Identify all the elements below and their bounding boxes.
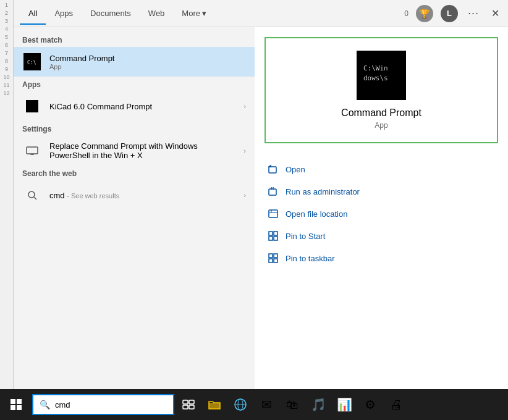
kicad-title: KiCad 6.0 Command Prompt: [49, 102, 236, 111]
best-match-text: Command Prompt App: [49, 54, 246, 70]
web-search-icon: [22, 185, 42, 205]
svg-rect-10: [269, 167, 276, 173]
taskbar-search-input[interactable]: [55, 400, 167, 410]
user-avatar[interactable]: L: [441, 5, 458, 22]
action-open-location[interactable]: Open file location: [267, 203, 496, 225]
svg-line-6: [34, 197, 36, 200]
browser-button[interactable]: [229, 393, 252, 416]
content-area: Best match C:\ Command Prompt App Apps: [14, 27, 508, 389]
settings-arrow-icon: ›: [243, 147, 246, 154]
search-icon: [27, 190, 37, 200]
svg-point-5: [28, 191, 35, 198]
svg-rect-24: [274, 259, 277, 262]
action-run-admin[interactable]: Run as administrator: [267, 180, 496, 203]
svg-rect-32: [189, 405, 194, 409]
badge-count: 0: [404, 9, 409, 18]
detail-pane: C:\Win dows\s Command Prompt App Open: [255, 27, 508, 389]
ruler-mark: 1: [5, 2, 8, 8]
cmd-large-icon: C:\Win dows\s: [360, 57, 403, 94]
best-match-item[interactable]: C:\ Command Prompt App: [14, 47, 255, 77]
action-list: Open Run as administrator: [255, 153, 508, 274]
run-admin-svg: [268, 187, 278, 196]
start-button[interactable]: [2, 391, 30, 418]
kicad-item[interactable]: KiCad 6.0 Command Prompt ›: [14, 91, 255, 121]
svg-rect-11: [269, 189, 276, 195]
ruler-mark: 8: [5, 59, 8, 64]
pin-taskbar-svg: [268, 253, 278, 263]
ruler-mark: 4: [5, 27, 8, 32]
taskbar-search-bar[interactable]: 🔍: [32, 394, 174, 415]
search-panel: All Apps Documents Web More 0 🏆 L ··· ✕ …: [14, 0, 508, 389]
results-pane: Best match C:\ Command Prompt App Apps: [14, 27, 255, 389]
action-pin-taskbar-label: Pin to taskbar: [286, 254, 335, 263]
best-match-icon: C:\: [22, 52, 42, 72]
tab-all[interactable]: All: [20, 2, 46, 24]
app-detail-name: Command Prompt: [341, 107, 421, 119]
web-arrow-icon: ›: [243, 191, 246, 199]
kicad-icon: [22, 96, 42, 116]
ruler-mark: 6: [5, 43, 8, 48]
trophy-button[interactable]: 🏆: [416, 5, 433, 22]
open-icon: [267, 163, 279, 175]
tab-web[interactable]: Web: [140, 2, 174, 24]
ruler-mark: 3: [5, 19, 8, 24]
close-button[interactable]: ✕: [489, 7, 502, 19]
file-explorer-button[interactable]: [203, 393, 226, 416]
menu-dots-button[interactable]: ···: [465, 7, 481, 20]
tab-more-label: More: [182, 9, 200, 18]
search-bar-icon: 🔍: [40, 400, 50, 410]
settings-icon: [22, 141, 42, 161]
folder-icon: [208, 399, 221, 410]
tab-more[interactable]: More: [173, 2, 215, 24]
ruler: 1 2 3 4 5 6 7 8 9 10 11 12: [0, 0, 14, 389]
app-icon-large: C:\Win dows\s: [357, 51, 406, 100]
pin-taskbar-icon: [267, 252, 279, 264]
ruler-mark: 11: [3, 83, 9, 88]
pin-start-icon: [267, 230, 279, 242]
ruler-mark: 9: [5, 67, 8, 72]
svg-rect-30: [189, 400, 194, 404]
best-match-subtitle: App: [49, 63, 246, 70]
ruler-mark: 7: [5, 51, 8, 56]
header-tabs: All Apps Documents Web More 0 🏆 L ··· ✕: [14, 0, 508, 27]
mail-button[interactable]: ✉: [255, 393, 278, 416]
svg-rect-19: [269, 237, 273, 240]
store-button[interactable]: 🛍: [281, 393, 304, 416]
svg-rect-31: [183, 405, 188, 409]
app7-button[interactable]: ⚙: [358, 393, 382, 416]
settings-section-label: Settings: [14, 121, 255, 136]
web-section-label: Search the web: [14, 166, 255, 180]
pin-start-svg: [268, 231, 278, 241]
monitor-icon: [26, 146, 38, 155]
svg-rect-23: [269, 259, 273, 262]
action-pin-start-label: Pin to Start: [286, 232, 325, 241]
web-item[interactable]: cmd - See web results ›: [14, 180, 255, 210]
settings-item[interactable]: Replace Command Prompt with Windows Powe…: [14, 136, 255, 166]
app8-button[interactable]: 🖨: [384, 393, 408, 416]
action-pin-taskbar[interactable]: Pin to taskbar: [267, 247, 496, 269]
svg-rect-27: [11, 405, 15, 410]
best-match-title: Command Prompt: [49, 54, 246, 63]
svg-rect-2: [27, 147, 38, 154]
web-subtitle: - See web results: [67, 192, 119, 200]
settings-title: Replace Command Prompt with Windows Powe…: [49, 141, 236, 160]
svg-text:C:\: C:\: [27, 60, 36, 65]
app-preview: C:\Win dows\s Command Prompt App: [265, 37, 498, 143]
ruler-mark: 12: [3, 91, 9, 96]
kicad-cmd-icon: [26, 100, 38, 112]
task-view-button[interactable]: [177, 393, 200, 416]
open-svg: [268, 164, 278, 174]
tab-apps[interactable]: Apps: [46, 2, 82, 24]
cmd-icon: C:\: [23, 53, 41, 70]
svg-rect-18: [274, 232, 277, 235]
taskbar: 🔍 ✉ 🛍 🎵 📊 ⚙ 🖨: [0, 389, 508, 420]
svg-rect-14: [269, 210, 277, 217]
svg-rect-25: [11, 399, 15, 404]
web-query: cmd: [49, 191, 65, 200]
action-open[interactable]: Open: [267, 158, 496, 180]
best-match-label: Best match: [14, 32, 255, 47]
tab-documents[interactable]: Documents: [82, 2, 140, 24]
app5-button[interactable]: 🎵: [307, 393, 330, 416]
action-pin-start[interactable]: Pin to Start: [267, 225, 496, 247]
app6-button[interactable]: 📊: [332, 393, 356, 416]
